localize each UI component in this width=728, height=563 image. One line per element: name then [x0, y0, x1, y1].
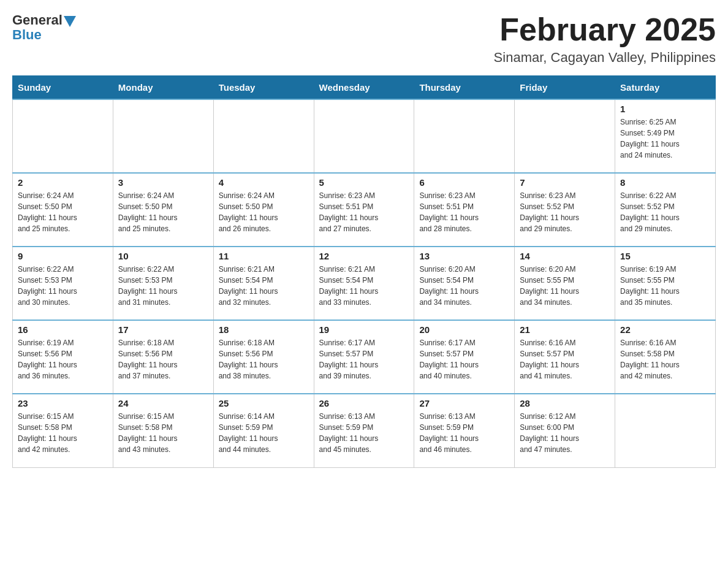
- day-number: 11: [219, 251, 309, 261]
- day-number: 6: [419, 177, 509, 188]
- day-number: 18: [219, 324, 309, 335]
- calendar-cell: 1Sunrise: 6:25 AM Sunset: 5:49 PM Daylig…: [615, 99, 716, 173]
- calendar-week-2: 2Sunrise: 6:24 AM Sunset: 5:50 PM Daylig…: [13, 173, 716, 247]
- day-info: Sunrise: 6:24 AM Sunset: 5:50 PM Dayligh…: [219, 190, 309, 234]
- calendar-cell: 5Sunrise: 6:23 AM Sunset: 5:51 PM Daylig…: [314, 173, 414, 247]
- logo: General Blue: [12, 12, 76, 43]
- day-info: Sunrise: 6:15 AM Sunset: 5:58 PM Dayligh…: [18, 411, 108, 455]
- calendar-cell: 16Sunrise: 6:19 AM Sunset: 5:56 PM Dayli…: [13, 320, 113, 394]
- calendar-cell: 19Sunrise: 6:17 AM Sunset: 5:57 PM Dayli…: [314, 320, 414, 394]
- calendar-week-3: 9Sunrise: 6:22 AM Sunset: 5:53 PM Daylig…: [13, 247, 716, 320]
- calendar-week-1: 1Sunrise: 6:25 AM Sunset: 5:49 PM Daylig…: [13, 99, 716, 173]
- calendar-cell: 9Sunrise: 6:22 AM Sunset: 5:53 PM Daylig…: [13, 247, 113, 320]
- day-number: 9: [18, 251, 108, 261]
- day-info: Sunrise: 6:19 AM Sunset: 5:55 PM Dayligh…: [620, 264, 710, 308]
- day-number: 27: [419, 398, 509, 408]
- calendar-cell: 17Sunrise: 6:18 AM Sunset: 5:56 PM Dayli…: [113, 320, 213, 394]
- day-number: 26: [319, 398, 409, 408]
- calendar-cell: 24Sunrise: 6:15 AM Sunset: 5:58 PM Dayli…: [113, 394, 213, 467]
- calendar-week-5: 23Sunrise: 6:15 AM Sunset: 5:58 PM Dayli…: [13, 394, 716, 467]
- day-info: Sunrise: 6:20 AM Sunset: 5:55 PM Dayligh…: [520, 264, 610, 308]
- weekday-header-thursday: Thursday: [414, 76, 515, 100]
- day-number: 1: [620, 104, 710, 114]
- day-info: Sunrise: 6:17 AM Sunset: 5:57 PM Dayligh…: [319, 337, 409, 381]
- day-number: 20: [419, 324, 509, 335]
- calendar-cell: 15Sunrise: 6:19 AM Sunset: 5:55 PM Dayli…: [615, 247, 716, 320]
- weekday-header-saturday: Saturday: [615, 76, 716, 100]
- day-info: Sunrise: 6:19 AM Sunset: 5:56 PM Dayligh…: [18, 337, 108, 381]
- day-info: Sunrise: 6:18 AM Sunset: 5:56 PM Dayligh…: [118, 337, 208, 381]
- day-number: 7: [520, 177, 610, 188]
- page-header: General Blue February 2025 Sinamar, Caga…: [12, 12, 716, 66]
- day-info: Sunrise: 6:14 AM Sunset: 5:59 PM Dayligh…: [219, 411, 309, 455]
- day-number: 2: [18, 177, 108, 188]
- calendar-cell: 12Sunrise: 6:21 AM Sunset: 5:54 PM Dayli…: [314, 247, 414, 320]
- calendar-cell: [314, 99, 414, 173]
- calendar-cell: 28Sunrise: 6:12 AM Sunset: 6:00 PM Dayli…: [515, 394, 615, 467]
- weekday-header-sunday: Sunday: [13, 76, 113, 100]
- day-number: 13: [419, 251, 509, 261]
- calendar-cell: 14Sunrise: 6:20 AM Sunset: 5:55 PM Dayli…: [515, 247, 615, 320]
- calendar-cell: [615, 394, 716, 467]
- day-number: 16: [18, 324, 108, 335]
- day-info: Sunrise: 6:12 AM Sunset: 6:00 PM Dayligh…: [520, 411, 610, 455]
- day-number: 14: [520, 251, 610, 261]
- calendar-cell: [213, 99, 314, 173]
- weekday-header-wednesday: Wednesday: [314, 76, 414, 100]
- calendar-cell: [113, 99, 213, 173]
- calendar-cell: 10Sunrise: 6:22 AM Sunset: 5:53 PM Dayli…: [113, 247, 213, 320]
- day-info: Sunrise: 6:23 AM Sunset: 5:51 PM Dayligh…: [419, 190, 509, 234]
- calendar-cell: 2Sunrise: 6:24 AM Sunset: 5:50 PM Daylig…: [13, 173, 113, 247]
- calendar-cell: 26Sunrise: 6:13 AM Sunset: 5:59 PM Dayli…: [314, 394, 414, 467]
- day-info: Sunrise: 6:20 AM Sunset: 5:54 PM Dayligh…: [419, 264, 509, 308]
- day-info: Sunrise: 6:18 AM Sunset: 5:56 PM Dayligh…: [219, 337, 309, 381]
- day-info: Sunrise: 6:22 AM Sunset: 5:53 PM Dayligh…: [18, 264, 108, 308]
- calendar-cell: 21Sunrise: 6:16 AM Sunset: 5:57 PM Dayli…: [515, 320, 615, 394]
- day-info: Sunrise: 6:22 AM Sunset: 5:52 PM Dayligh…: [620, 190, 710, 234]
- day-number: 12: [319, 251, 409, 261]
- calendar-cell: 25Sunrise: 6:14 AM Sunset: 5:59 PM Dayli…: [213, 394, 314, 467]
- day-info: Sunrise: 6:22 AM Sunset: 5:53 PM Dayligh…: [118, 264, 208, 308]
- day-info: Sunrise: 6:13 AM Sunset: 5:59 PM Dayligh…: [319, 411, 409, 455]
- calendar-table: SundayMondayTuesdayWednesdayThursdayFrid…: [12, 75, 716, 468]
- day-number: 22: [620, 324, 710, 335]
- weekday-header-friday: Friday: [515, 76, 615, 100]
- day-info: Sunrise: 6:15 AM Sunset: 5:58 PM Dayligh…: [118, 411, 208, 455]
- calendar-cell: 4Sunrise: 6:24 AM Sunset: 5:50 PM Daylig…: [213, 173, 314, 247]
- month-title: February 2025: [494, 12, 716, 47]
- day-number: 28: [520, 398, 610, 408]
- day-number: 15: [620, 251, 710, 261]
- calendar-week-4: 16Sunrise: 6:19 AM Sunset: 5:56 PM Dayli…: [13, 320, 716, 394]
- calendar-cell: 6Sunrise: 6:23 AM Sunset: 5:51 PM Daylig…: [414, 173, 515, 247]
- logo-general-text: General: [12, 12, 63, 28]
- calendar-cell: 3Sunrise: 6:24 AM Sunset: 5:50 PM Daylig…: [113, 173, 213, 247]
- day-number: 5: [319, 177, 409, 188]
- day-info: Sunrise: 6:17 AM Sunset: 5:57 PM Dayligh…: [419, 337, 509, 381]
- weekday-header-monday: Monday: [113, 76, 213, 100]
- logo-triangle-icon: [64, 16, 76, 27]
- logo-blue-text: Blue: [12, 27, 42, 43]
- day-info: Sunrise: 6:24 AM Sunset: 5:50 PM Dayligh…: [118, 190, 208, 234]
- day-number: 3: [118, 177, 208, 188]
- calendar-cell: [414, 99, 515, 173]
- location-title: Sinamar, Cagayan Valley, Philippines: [494, 50, 716, 66]
- calendar-cell: [13, 99, 113, 173]
- weekday-header-row: SundayMondayTuesdayWednesdayThursdayFrid…: [13, 76, 716, 100]
- day-number: 19: [319, 324, 409, 335]
- calendar-cell: 27Sunrise: 6:13 AM Sunset: 5:59 PM Dayli…: [414, 394, 515, 467]
- day-number: 4: [219, 177, 309, 188]
- day-number: 10: [118, 251, 208, 261]
- calendar-cell: [515, 99, 615, 173]
- day-info: Sunrise: 6:16 AM Sunset: 5:58 PM Dayligh…: [620, 337, 710, 381]
- day-info: Sunrise: 6:23 AM Sunset: 5:51 PM Dayligh…: [319, 190, 409, 234]
- calendar-cell: 7Sunrise: 6:23 AM Sunset: 5:52 PM Daylig…: [515, 173, 615, 247]
- day-number: 24: [118, 398, 208, 408]
- day-info: Sunrise: 6:24 AM Sunset: 5:50 PM Dayligh…: [18, 190, 108, 234]
- weekday-header-tuesday: Tuesday: [213, 76, 314, 100]
- day-info: Sunrise: 6:23 AM Sunset: 5:52 PM Dayligh…: [520, 190, 610, 234]
- calendar-cell: 20Sunrise: 6:17 AM Sunset: 5:57 PM Dayli…: [414, 320, 515, 394]
- day-info: Sunrise: 6:16 AM Sunset: 5:57 PM Dayligh…: [520, 337, 610, 381]
- day-number: 8: [620, 177, 710, 188]
- calendar-cell: 11Sunrise: 6:21 AM Sunset: 5:54 PM Dayli…: [213, 247, 314, 320]
- day-info: Sunrise: 6:25 AM Sunset: 5:49 PM Dayligh…: [620, 117, 710, 161]
